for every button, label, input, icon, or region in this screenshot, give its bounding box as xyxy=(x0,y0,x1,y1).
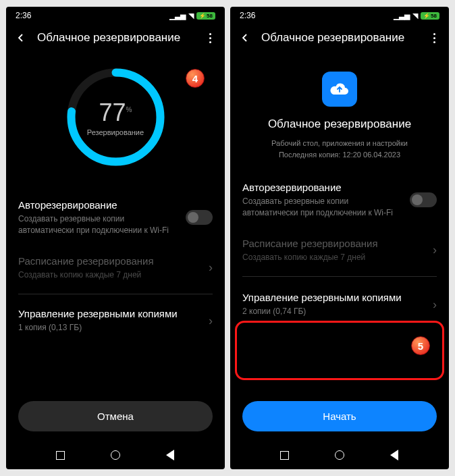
clock: 2:36 xyxy=(240,11,255,20)
auto-backup-toggle[interactable] xyxy=(410,192,437,207)
manage-backups-desc: 2 копии (0,74 ГБ) xyxy=(242,306,426,317)
schedule-title: Расписание резервирования xyxy=(18,255,202,267)
battery-icon: ⚡58 xyxy=(196,12,215,20)
clock: 2:36 xyxy=(16,11,31,20)
nav-back[interactable] xyxy=(388,449,400,461)
nav-back[interactable] xyxy=(164,449,176,461)
schedule-desc: Создавать копию каждые 7 дней xyxy=(18,269,202,281)
start-button[interactable]: Начать xyxy=(242,401,437,431)
progress-ring: 77% Резервирование xyxy=(63,65,168,169)
chevron-icon: › xyxy=(433,298,437,312)
progress-percent: 77% xyxy=(99,99,132,127)
chevron-icon: › xyxy=(209,314,213,328)
divider xyxy=(242,276,437,277)
nav-bar xyxy=(230,441,449,469)
signal-icon: ▁▃▅ xyxy=(394,11,410,20)
progress-section: 77% Резервирование xyxy=(18,51,213,190)
chevron-icon: › xyxy=(209,261,213,275)
nav-bar xyxy=(6,441,225,469)
wifi-icon: ◥ xyxy=(412,11,418,20)
header: Облачное резервирование xyxy=(230,24,449,51)
manage-backups-title: Управление резервными копиями xyxy=(242,292,426,303)
cloud-subtitle: Рабочий стол, приложения и настройки Пос… xyxy=(271,138,408,160)
annotation-4: 4 xyxy=(186,69,205,88)
battery-icon: ⚡58 xyxy=(421,12,439,20)
auto-backup-row[interactable]: Авторезервирование Создавать резервные к… xyxy=(18,190,213,246)
schedule-desc: Создавать копию каждые 7 дней xyxy=(242,252,426,263)
auto-backup-title: Авторезервирование xyxy=(242,182,403,193)
nav-home[interactable] xyxy=(109,449,122,461)
status-bar: 2:36 ▁▃▅ ◥ ⚡58 xyxy=(6,7,225,24)
manage-backups-desc: 1 копия (0,13 ГБ) xyxy=(18,322,202,334)
status-bar: 2:36 ▁▃▅ ◥ ⚡58 xyxy=(230,7,449,24)
page-title: Облачное резервирование xyxy=(37,31,194,45)
signal-icon: ▁▃▅ xyxy=(169,11,186,20)
manage-backups-title: Управление резервными копиями xyxy=(18,308,202,319)
nav-home[interactable] xyxy=(333,449,346,461)
cloud-icon xyxy=(322,72,357,107)
auto-backup-title: Авторезервирование xyxy=(18,199,179,211)
cloud-backup-info: Облачное резервирование Рабочий стол, пр… xyxy=(242,51,437,172)
back-button[interactable] xyxy=(238,31,252,45)
auto-backup-toggle[interactable] xyxy=(186,210,213,225)
manage-backups-row[interactable]: Управление резервными копиями 1 копия (0… xyxy=(18,298,213,343)
phone-right: 2:36 ▁▃▅ ◥ ⚡58 Облачное резервирование xyxy=(230,7,449,469)
auto-backup-row[interactable]: Авторезервирование Создавать резервные к… xyxy=(242,172,437,228)
back-button[interactable] xyxy=(14,31,28,45)
nav-recents[interactable] xyxy=(55,449,67,461)
auto-backup-desc: Создавать резервные копии автоматически … xyxy=(18,213,179,236)
cloud-title: Облачное резервирование xyxy=(268,117,411,131)
annotation-5: 5 xyxy=(411,336,430,355)
divider xyxy=(18,294,213,294)
more-button[interactable] xyxy=(427,33,441,43)
progress-label: Резервирование xyxy=(87,128,144,136)
auto-backup-desc: Создавать резервные копии автоматически … xyxy=(242,196,403,219)
chevron-icon: › xyxy=(433,243,437,257)
page-title: Облачное резервирование xyxy=(261,31,418,45)
header: Облачное резервирование xyxy=(6,24,225,51)
cancel-button[interactable]: Отмена xyxy=(18,401,213,431)
schedule-title: Расписание резервирования xyxy=(242,238,426,249)
manage-backups-row[interactable]: Управление резервными копиями 2 копии (0… xyxy=(242,281,437,328)
wifi-icon: ◥ xyxy=(188,11,194,20)
schedule-row: Расписание резервирования Создавать копи… xyxy=(242,228,437,273)
schedule-row: Расписание резервирования Создавать копи… xyxy=(18,246,213,290)
nav-recents[interactable] xyxy=(279,449,291,461)
more-button[interactable] xyxy=(203,33,217,43)
